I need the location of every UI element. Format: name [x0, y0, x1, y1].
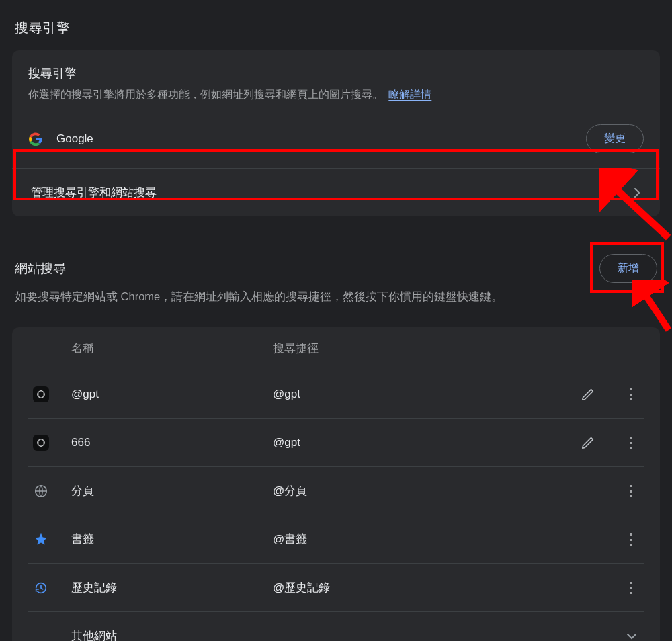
current-engine-name: Google [56, 132, 586, 146]
row-shortcut: @gpt [273, 436, 581, 450]
edit-icon[interactable] [581, 387, 595, 402]
row-name: 歷史記錄 [71, 580, 273, 595]
globe-icon [32, 482, 50, 500]
card-title: 搜尋引擎 [28, 65, 644, 81]
annotation-arrow-manage [599, 168, 672, 242]
openai-icon [32, 434, 50, 452]
edit-icon[interactable] [581, 435, 595, 450]
google-icon [28, 132, 43, 146]
other-sites-row[interactable]: 其他網站 [28, 611, 644, 641]
row-name: 666 [71, 436, 273, 450]
history-icon [32, 579, 50, 597]
table-row: 歷史記錄 @歷史記錄 ⋮ [28, 563, 644, 611]
site-search-header: 網站搜尋 新增 [15, 254, 657, 283]
svg-line-0 [608, 181, 669, 237]
page-title: 搜尋引擎 [0, 12, 672, 45]
site-search-table: 名稱 搜尋捷徑 @gpt @gpt ⋮ [12, 327, 660, 641]
annotation-arrow-add [632, 280, 672, 333]
more-icon[interactable]: ⋮ [624, 435, 638, 450]
column-shortcut: 搜尋捷徑 [273, 341, 640, 356]
search-engine-card: 搜尋引擎 你選擇的搜尋引擎將用於多種功能，例如網址列搜尋和網頁上的圖片搜尋。 瞭… [12, 50, 660, 216]
row-shortcut: @書籤 [273, 531, 624, 547]
site-search-title: 網站搜尋 [15, 260, 66, 277]
site-search-desc: 如要搜尋特定網站或 Chrome，請在網址列輸入相應的搜尋捷徑，然後按下你慣用的… [0, 290, 672, 310]
card-desc-text: 你選擇的搜尋引擎將用於多種功能，例如網址列搜尋和網頁上的圖片搜尋。 [28, 89, 383, 100]
table-row: 書籤 @書籤 ⋮ [28, 515, 644, 563]
manage-search-engines-row[interactable]: 管理搜尋引擎和網站搜尋 [12, 168, 660, 216]
column-name: 名稱 [71, 341, 273, 356]
row-shortcut: @gpt [273, 388, 581, 401]
svg-line-1 [640, 286, 669, 330]
current-search-engine-row: Google 變更 [28, 103, 644, 168]
change-button[interactable]: 變更 [586, 124, 644, 153]
more-icon[interactable]: ⋮ [624, 581, 638, 595]
row-name: @gpt [71, 388, 273, 401]
row-shortcut: @歷史記錄 [273, 580, 624, 595]
add-button[interactable]: 新增 [599, 254, 657, 283]
star-icon [32, 531, 50, 548]
manage-label: 管理搜尋引擎和網站搜尋 [31, 185, 634, 200]
more-icon[interactable]: ⋮ [624, 387, 638, 402]
more-icon[interactable]: ⋮ [624, 484, 638, 499]
learn-more-link[interactable]: 瞭解詳情 [388, 89, 431, 100]
chevron-down-icon [626, 631, 637, 641]
table-header: 名稱 搜尋捷徑 [28, 327, 644, 370]
row-name: 書籤 [71, 531, 273, 547]
settings-search-engine-page: 搜尋引擎 搜尋引擎 你選擇的搜尋引擎將用於多種功能，例如網址列搜尋和網頁上的圖片… [0, 0, 672, 641]
row-shortcut: @分頁 [273, 483, 624, 499]
table-row: 666 @gpt ⋮ [28, 418, 644, 466]
other-sites-label: 其他網站 [71, 628, 117, 641]
card-description: 你選擇的搜尋引擎將用於多種功能，例如網址列搜尋和網頁上的圖片搜尋。 瞭解詳情 [28, 87, 644, 103]
row-name: 分頁 [71, 483, 273, 499]
more-icon[interactable]: ⋮ [624, 532, 638, 547]
openai-icon [32, 386, 50, 403]
table-row: 分頁 @分頁 ⋮ [28, 466, 644, 515]
table-row: @gpt @gpt ⋮ [28, 370, 644, 418]
